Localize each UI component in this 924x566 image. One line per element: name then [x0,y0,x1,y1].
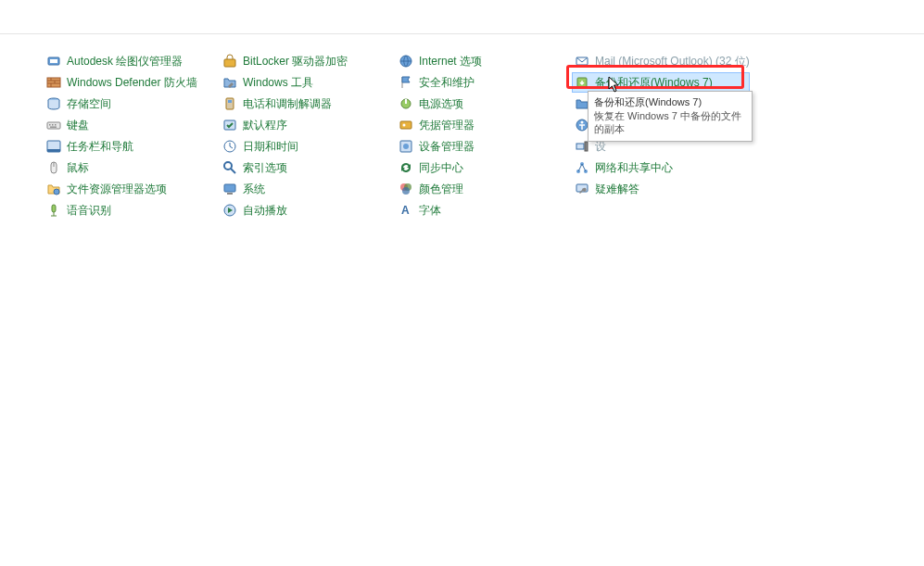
cpl-item-device-manager[interactable]: 设备管理器 [397,137,573,156]
cpl-item-security-maintenance[interactable]: 安全和维护 [397,73,573,92]
cpl-item-bitlocker[interactable]: BitLocker 驱动器加密 [221,52,397,70]
backup-icon [575,75,589,90]
device-mgr-icon [399,139,413,154]
tooltip-body: 恢复在 Windows 7 中备份的文件的副本 [594,109,746,135]
cpl-item-label: 默认程序 [243,118,287,133]
svg-rect-16 [226,98,234,109]
svg-rect-6 [52,124,54,126]
autoplay-icon [222,203,237,218]
cpl-item-troubleshoot[interactable]: 疑难解答 [573,180,749,198]
cpl-item-label: 字体 [419,203,441,219]
system-icon [222,182,237,196]
cpl-item-label: 颜色管理 [419,182,463,197]
cpl-item-internet-options[interactable]: Internet 选项 [397,52,573,70]
font-icon: A [399,203,413,218]
cpl-item-system[interactable]: 系统 [221,180,397,198]
cpl-item-label: 设备管理器 [419,139,475,155]
cpl-item-label: 系统 [243,182,265,197]
mail-icon [575,54,589,69]
cpl-item-label: 电源选项 [419,96,463,112]
cpl-item-fonts[interactable]: A字体 [397,201,573,220]
cpl-item-label: 键盘 [67,118,89,133]
svg-rect-15 [224,59,235,67]
svg-rect-23 [227,193,233,195]
bitlocker-icon [222,54,237,69]
cpl-item-backup-restore[interactable]: 备份和还原(Windows 7) [573,73,749,92]
cpl-item-windows-tools[interactable]: Windows 工具 [221,73,397,92]
cpl-item-label: 网络和共享中心 [595,160,673,176]
cpl-item-default-programs[interactable]: 默认程序 [221,116,397,134]
svg-rect-8 [50,127,57,128]
mouse-icon [46,160,61,175]
svg-line-21 [231,169,235,173]
storage-icon [46,96,61,111]
cpl-item-label: 索引选项 [243,160,287,176]
network-icon [575,160,589,175]
speech-icon [46,203,61,218]
index-icon [222,160,237,175]
cpl-item-label: Windows Defender 防火墙 [67,75,197,91]
cpl-item-label: 同步中心 [419,160,463,176]
column-1: Autodesk 绘图仪管理器Windows Defender 防火墙存储空间键… [44,52,221,220]
credential-icon [399,118,413,132]
svg-point-28 [403,124,406,127]
column-3: Internet 选项安全和维护电源选项凭据管理器设备管理器同步中心颜色管理A字… [397,52,573,220]
cpl-item-label: 存储空间 [67,96,111,112]
cpl-item-storage-spaces[interactable]: 存储空间 [44,94,221,113]
plotter-icon [46,54,61,69]
cpl-item-label: Autodesk 绘图仪管理器 [67,54,183,69]
cpl-item-taskbar-navigation[interactable]: 任务栏和导航 [44,137,221,156]
folder-options-icon [46,182,61,196]
cpl-item-label: Mail (Microsoft Outlook) (32 位) [595,54,750,69]
cpl-item-mouse[interactable]: 鼠标 [44,158,221,177]
svg-rect-40 [585,142,588,151]
cpl-item-credential-manager[interactable]: 凭据管理器 [397,116,573,134]
top-divider [0,33,924,34]
svg-rect-39 [576,144,584,149]
cpl-item-file-explorer-options[interactable]: 文件资源管理器选项 [44,180,221,198]
keyboard-icon [46,118,61,132]
tools-icon [222,75,237,90]
cpl-item-sync-center[interactable]: 同步中心 [397,158,573,177]
clock-icon [222,139,237,154]
cpl-item-label: 日期和时间 [243,139,298,155]
cpl-item-indexing-options[interactable]: 索引选项 [221,158,397,177]
cpl-item-label: 备份和还原(Windows 7) [595,75,713,91]
svg-rect-2 [47,78,60,87]
cpl-item-label: 文件资源管理器选项 [67,182,167,197]
svg-point-20 [224,162,232,170]
cpl-item-label: 安全和维护 [419,75,475,91]
cpl-item-mail[interactable]: Mail (Microsoft Outlook) (32 位) [573,52,749,70]
cpl-item-label: 任务栏和导航 [67,139,133,155]
svg-rect-5 [49,124,51,126]
svg-text:A: A [401,204,410,217]
cpl-item-keyboard[interactable]: 键盘 [44,116,221,134]
cpl-item-network-sharing[interactable]: 网络和共享中心 [573,158,749,177]
svg-rect-10 [47,149,60,152]
cpl-item-power-options[interactable]: 电源选项 [397,94,573,113]
cpl-item-speech-recognition[interactable]: 语音识别 [44,201,221,220]
svg-point-33 [402,187,410,195]
color-icon [399,182,413,196]
svg-point-13 [54,189,59,195]
svg-rect-1 [50,59,57,63]
cpl-item-date-time[interactable]: 日期和时间 [221,137,397,156]
cpl-item-label: 电话和调制解调器 [243,96,332,112]
svg-point-38 [581,121,584,124]
cpl-item-phone-modem[interactable]: 电话和调制解调器 [221,94,397,113]
cpl-item-label: 自动播放 [243,203,287,219]
cpl-item-label: 疑难解答 [595,182,639,197]
cpl-item-windows-defender-firewall[interactable]: Windows Defender 防火墙 [44,73,221,92]
cpl-item-autodesk-plotter-manager[interactable]: Autodesk 绘图仪管理器 [44,52,221,70]
defaults-icon [222,118,237,132]
tooltip: 备份和还原(Windows 7) 恢复在 Windows 7 中备份的文件的副本 [588,91,753,142]
cpl-item-color-management[interactable]: 颜色管理 [397,180,573,198]
column-2: BitLocker 驱动器加密Windows 工具电话和调制解调器默认程序日期和… [221,52,397,220]
troubleshoot-icon [575,182,589,196]
cpl-item-autoplay[interactable]: 自动播放 [221,201,397,220]
power-icon [399,96,413,111]
cpl-item-label: 语音识别 [67,203,111,219]
cpl-item-label: Internet 选项 [419,54,482,69]
svg-rect-17 [228,100,232,103]
control-panel-icon-view: Autodesk 绘图仪管理器Windows Defender 防火墙存储空间键… [44,52,924,220]
